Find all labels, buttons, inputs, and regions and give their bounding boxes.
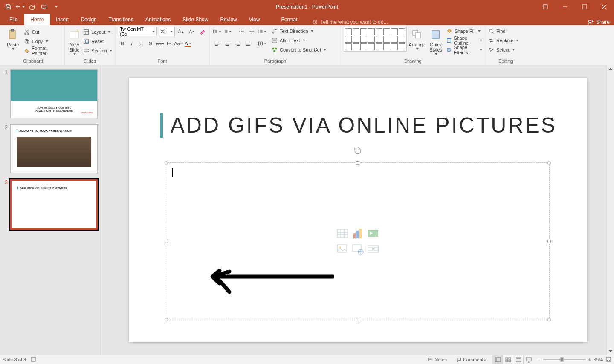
slideshow-view-button[interactable] bbox=[523, 355, 533, 364]
increase-font-size-button[interactable]: A▲ bbox=[177, 27, 185, 36]
vertical-scrollbar[interactable] bbox=[607, 65, 614, 355]
scroll-up-button[interactable] bbox=[607, 65, 614, 72]
tab-home[interactable]: Home bbox=[24, 14, 50, 25]
slide-thumbnails-pane[interactable]: 1 HOW TO INSERT A GIF INTOPOWERPOINT PRE… bbox=[0, 65, 101, 355]
zoom-in-button[interactable]: + bbox=[588, 357, 591, 362]
notes-button[interactable]: Notes bbox=[425, 357, 449, 362]
undo-button[interactable] bbox=[14, 1, 26, 12]
convert-to-smartart-button[interactable]: Convert to SmartArt bbox=[271, 46, 326, 54]
text-direction-button[interactable]: Text Direction bbox=[271, 27, 326, 35]
justify-button[interactable] bbox=[243, 39, 252, 48]
new-slide-button[interactable]: New Slide bbox=[67, 27, 81, 55]
zoom-slider[interactable] bbox=[543, 359, 586, 360]
slide-canvas[interactable]: ADD GIFS VIA ONLINE PICTURES bbox=[129, 78, 587, 342]
slide-title-text[interactable]: ADD GIFS VIA ONLINE PICTURES bbox=[160, 113, 557, 138]
resize-handle-se[interactable] bbox=[547, 318, 551, 321]
tab-transitions[interactable]: Transitions bbox=[103, 14, 139, 25]
arrange-button[interactable]: Arrange bbox=[408, 27, 426, 50]
italic-button[interactable]: I bbox=[127, 39, 136, 48]
select-button[interactable]: Select bbox=[488, 46, 518, 54]
tab-design[interactable]: Design bbox=[75, 14, 102, 25]
thumbnail-2[interactable]: 2 ADD GIFS TO YOUR PRESENTATION bbox=[3, 124, 98, 173]
minimize-button[interactable] bbox=[555, 0, 575, 14]
font-name-combobox[interactable]: Tw Cen MT (Bo bbox=[118, 27, 157, 36]
cut-button[interactable]: Cut bbox=[23, 28, 62, 36]
close-button[interactable] bbox=[594, 0, 614, 14]
character-spacing-button[interactable] bbox=[165, 39, 174, 48]
slide-position[interactable]: Slide 3 of 3 bbox=[3, 357, 26, 362]
scroll-down-button[interactable] bbox=[607, 347, 614, 355]
font-color-button[interactable]: A bbox=[183, 39, 193, 48]
insert-pictures-icon[interactable] bbox=[336, 243, 349, 255]
find-button[interactable]: Find bbox=[488, 27, 518, 35]
reset-button[interactable]: Reset bbox=[83, 37, 112, 46]
bold-button[interactable]: B bbox=[118, 39, 127, 48]
insert-chart-icon[interactable] bbox=[351, 227, 364, 240]
tab-animations[interactable]: Animations bbox=[139, 14, 177, 25]
copy-button[interactable]: Copy bbox=[23, 37, 62, 46]
tab-review[interactable]: Review bbox=[214, 14, 243, 25]
shape-outline-button[interactable]: Shape Outline bbox=[446, 36, 482, 45]
replace-button[interactable]: Replace bbox=[488, 36, 518, 45]
paste-button[interactable]: Paste bbox=[4, 27, 22, 50]
tab-format[interactable]: Format bbox=[275, 14, 304, 25]
shadow-button[interactable]: S bbox=[146, 39, 155, 48]
format-painter-button[interactable]: Format Painter bbox=[23, 46, 62, 55]
slide-sorter-view-button[interactable] bbox=[503, 355, 513, 364]
spell-check-icon[interactable] bbox=[30, 356, 36, 363]
comments-button[interactable]: Comments bbox=[454, 357, 488, 362]
rotation-handle[interactable] bbox=[353, 147, 362, 157]
shape-fill-button[interactable]: Shape Fill bbox=[446, 27, 482, 35]
numbering-button[interactable] bbox=[223, 27, 232, 36]
qat-customize-button[interactable] bbox=[50, 1, 61, 12]
save-button[interactable] bbox=[3, 1, 14, 12]
tab-insert[interactable]: Insert bbox=[50, 14, 75, 25]
fit-to-window-button[interactable] bbox=[605, 356, 611, 363]
underline-button[interactable]: U bbox=[136, 39, 146, 48]
slide-editor[interactable]: ADD GIFS VIA ONLINE PICTURES bbox=[101, 65, 614, 355]
shape-effects-button[interactable]: Shape Effects bbox=[446, 46, 482, 54]
layout-button[interactable]: Layout bbox=[83, 28, 112, 36]
clear-formatting-button[interactable] bbox=[198, 27, 207, 36]
columns-button[interactable] bbox=[258, 39, 267, 48]
thumbnail-1[interactable]: 1 HOW TO INSERT A GIF INTOPOWERPOINT PRE… bbox=[3, 69, 98, 118]
tab-slideshow[interactable]: Slide Show bbox=[177, 14, 214, 25]
align-center-button[interactable] bbox=[223, 39, 232, 48]
bullets-button[interactable] bbox=[212, 27, 222, 36]
reading-view-button[interactable] bbox=[513, 355, 523, 364]
quick-styles-button[interactable]: Quick Styles bbox=[427, 27, 444, 55]
zoom-out-button[interactable]: − bbox=[538, 357, 540, 362]
font-size-combobox[interactable]: 22 bbox=[159, 27, 175, 36]
tell-me-search[interactable]: Tell me what you want to do... bbox=[312, 19, 388, 25]
line-spacing-button[interactable] bbox=[258, 27, 267, 36]
normal-view-button[interactable] bbox=[492, 355, 503, 364]
resize-handle-e[interactable] bbox=[547, 240, 551, 243]
change-case-button[interactable]: Aa bbox=[174, 39, 183, 48]
ribbon-display-options-button[interactable] bbox=[536, 0, 555, 14]
maximize-button[interactable] bbox=[575, 0, 594, 14]
section-button[interactable]: Section bbox=[83, 46, 112, 55]
insert-table-icon[interactable] bbox=[336, 227, 349, 240]
insert-online-pictures-icon[interactable] bbox=[351, 243, 364, 255]
tab-view[interactable]: View bbox=[243, 14, 266, 25]
align-right-button[interactable] bbox=[233, 39, 242, 48]
resize-handle-sw[interactable] bbox=[165, 318, 168, 321]
share-button[interactable]: Share bbox=[588, 19, 610, 25]
shapes-gallery[interactable] bbox=[344, 27, 407, 52]
resize-handle-nw[interactable] bbox=[165, 161, 168, 165]
start-from-beginning-button[interactable] bbox=[38, 1, 49, 12]
strikethrough-button[interactable]: abc bbox=[155, 39, 165, 48]
thumbnail-3[interactable]: 3 ADD GIFS VIA ONLINE PICTURES bbox=[3, 179, 98, 230]
tab-file[interactable]: File bbox=[3, 14, 24, 25]
zoom-percent[interactable]: 89% bbox=[594, 357, 603, 362]
decrease-indent-button[interactable] bbox=[237, 27, 246, 36]
resize-handle-n[interactable] bbox=[356, 161, 359, 165]
align-text-button[interactable]: Align Text bbox=[271, 36, 326, 45]
increase-indent-button[interactable] bbox=[247, 27, 257, 36]
align-left-button[interactable] bbox=[212, 39, 222, 48]
resize-handle-s[interactable] bbox=[356, 318, 359, 321]
insert-smartart-icon[interactable] bbox=[367, 227, 379, 240]
insert-video-icon[interactable] bbox=[367, 243, 379, 255]
resize-handle-w[interactable] bbox=[165, 240, 168, 243]
decrease-font-size-button[interactable]: A▼ bbox=[187, 27, 196, 36]
